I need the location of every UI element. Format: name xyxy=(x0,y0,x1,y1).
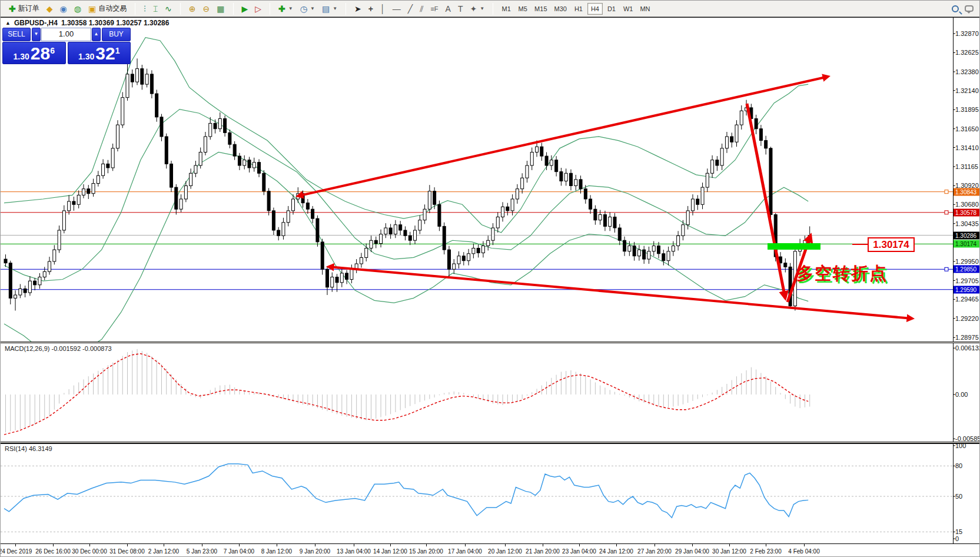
bar-chart-mode-button[interactable]: ⫶ xyxy=(141,2,149,15)
profile-button[interactable]: ◉ xyxy=(57,2,70,15)
tile-windows-button[interactable]: ▦ xyxy=(214,2,227,15)
new-order-button[interactable]: ✚ 新订单 xyxy=(6,2,42,15)
candle-body xyxy=(574,180,577,186)
crosshair-icon: + xyxy=(368,5,373,13)
price-tick-label: 1.32380 xyxy=(955,68,979,75)
timeframe-h4[interactable]: H4 xyxy=(587,3,603,15)
time-label: 4 Feb 04:00 xyxy=(788,548,819,555)
time-label: 20 Jan 12:00 xyxy=(488,548,522,555)
zoom-out-button[interactable]: ⊖ xyxy=(200,2,213,15)
collapse-triangle-icon[interactable]: ▲ xyxy=(5,20,11,26)
candle-body xyxy=(87,189,90,194)
zoom-in-button[interactable]: ⊕ xyxy=(186,2,199,15)
signals-button[interactable]: ◍ xyxy=(71,2,84,15)
bid-pip-digit: 6 xyxy=(50,46,55,55)
volume-input[interactable]: 1.00 xyxy=(41,28,91,41)
candle-body xyxy=(370,240,373,248)
timeframe-m15[interactable]: M15 xyxy=(531,3,550,15)
candle-body xyxy=(199,152,202,165)
search-icon[interactable] xyxy=(952,5,959,12)
chat-icon[interactable] xyxy=(965,5,974,12)
volume-increase-button[interactable]: ▲ xyxy=(92,28,101,41)
candle-body xyxy=(360,257,363,264)
candle-body xyxy=(263,173,265,191)
candle-body xyxy=(462,256,465,261)
mt4-window: ✚ 新订单 ◆ ◉ ◍ ▣ 自动交易 ⫶ ⌶ ∿ ⊕ ⊖ ▦ ▶ ▷ xyxy=(0,0,980,557)
candle-body xyxy=(545,156,548,165)
candle-body xyxy=(350,269,353,279)
candle-body xyxy=(107,164,109,168)
candle-body xyxy=(516,189,519,199)
text-label-tool-button[interactable]: T xyxy=(455,2,466,15)
line-handle[interactable] xyxy=(945,190,948,194)
timeframe-mn[interactable]: MN xyxy=(637,3,653,15)
candle-body xyxy=(272,211,275,230)
line-handle[interactable] xyxy=(945,211,948,214)
candle-body xyxy=(102,164,105,175)
price-annotation-box[interactable]: 1.30174 xyxy=(868,237,915,252)
sell-price-button[interactable]: 1.30 28 6 xyxy=(2,42,66,64)
periods-dropdown[interactable]: ◷▼ xyxy=(297,2,318,15)
candle-body xyxy=(214,123,217,128)
autotrade-button[interactable]: ▣ 自动交易 xyxy=(85,2,129,15)
buy-price-button[interactable]: 1.30 32 1 xyxy=(68,42,131,64)
cursor-tool-button[interactable]: ➤ xyxy=(351,2,364,15)
chart-shift-button[interactable]: ▷ xyxy=(252,2,264,15)
candle-body xyxy=(346,273,348,280)
price-level-badge: 1.30578 xyxy=(954,208,980,216)
candle-body xyxy=(394,225,397,234)
time-tick xyxy=(15,544,16,546)
candlestick-mode-button[interactable]: ⌶ xyxy=(150,2,161,15)
time-tick xyxy=(465,544,466,546)
time-tick xyxy=(202,544,202,546)
candle-body xyxy=(740,111,743,125)
timeframe-w1[interactable]: W1 xyxy=(620,3,636,15)
time-axis[interactable]: 24 Dec 201926 Dec 16:0030 Dec 00:0031 De… xyxy=(1,543,980,557)
shapes-dropdown[interactable]: ✦▼ xyxy=(467,2,487,15)
timeframe-h1[interactable]: H1 xyxy=(571,3,586,15)
autotrade-icon: ▣ xyxy=(88,5,96,13)
horizontal-line-icon: — xyxy=(393,5,401,13)
candle-body xyxy=(389,228,392,234)
timeframe-m1[interactable]: M1 xyxy=(499,3,514,15)
price-tick-label: 1.30435 xyxy=(955,220,979,227)
candle-body xyxy=(374,240,377,243)
rsi-tick-label: 100 xyxy=(955,442,966,449)
fibonacci-tool-button[interactable]: ≡F xyxy=(427,2,441,15)
line-handle[interactable] xyxy=(945,267,948,271)
trendline-tool-button[interactable]: ╱ xyxy=(405,2,416,15)
candle-body xyxy=(248,160,251,168)
candle-body xyxy=(253,163,255,168)
candle-body xyxy=(550,160,553,165)
turning-point-annotation[interactable]: 多空转折点 xyxy=(796,262,888,286)
zoom-out-icon: ⊖ xyxy=(203,5,210,13)
vertical-line-tool-button[interactable]: │ xyxy=(377,2,388,15)
candle-body xyxy=(170,164,173,187)
indicators-dropdown[interactable]: ✚▼ xyxy=(275,2,296,15)
channel-tool-button[interactable]: ⫽ xyxy=(417,2,426,15)
sell-button[interactable]: SELL xyxy=(2,28,31,41)
timeframe-m30[interactable]: M30 xyxy=(552,3,570,15)
candle-body xyxy=(584,189,587,199)
text-tool-button[interactable]: A xyxy=(443,2,454,15)
line-chart-mode-button[interactable]: ∿ xyxy=(162,2,175,15)
timeframe-d1[interactable]: D1 xyxy=(604,3,619,15)
auto-scroll-button[interactable]: ▶ xyxy=(239,2,251,15)
volume-decrease-button[interactable]: ▼ xyxy=(32,28,41,41)
templates-dropdown[interactable]: ▤▼ xyxy=(319,2,340,15)
buy-button[interactable]: BUY xyxy=(102,28,131,41)
market-watch-button[interactable]: ◆ xyxy=(44,2,56,15)
crosshair-tool-button[interactable]: + xyxy=(366,2,376,15)
timeframe-m5[interactable]: M5 xyxy=(515,3,530,15)
price-chart-canvas[interactable] xyxy=(1,17,980,342)
horizontal-line-tool-button[interactable]: — xyxy=(390,2,404,15)
time-tick xyxy=(164,544,164,546)
rsi-chart-canvas[interactable] xyxy=(1,443,980,543)
candle-body xyxy=(325,269,328,287)
text-icon: A xyxy=(446,5,451,13)
support-highlight[interactable] xyxy=(768,243,820,250)
candle-body xyxy=(711,160,714,174)
candle-body xyxy=(453,264,456,269)
macd-chart-canvas[interactable] xyxy=(1,343,980,442)
fibonacci-icon: ≡F xyxy=(430,5,438,13)
